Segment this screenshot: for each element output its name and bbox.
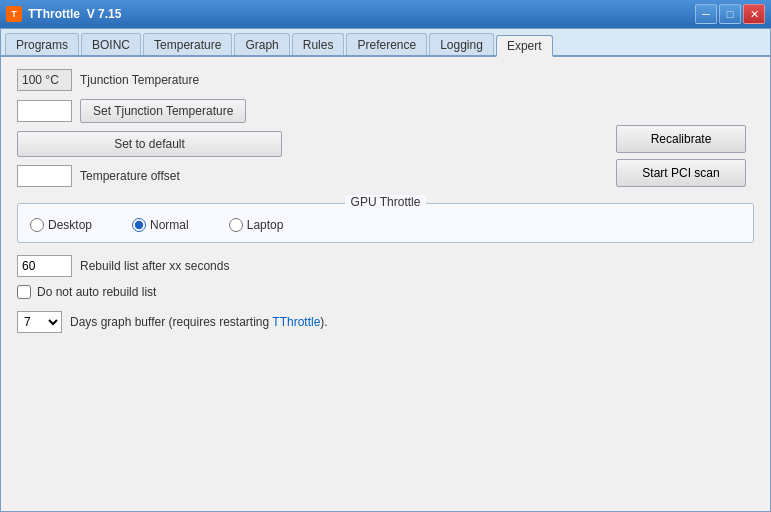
minimize-button[interactable]: ─: [695, 4, 717, 24]
tab-graph[interactable]: Graph: [234, 33, 289, 55]
days-buffer-select[interactable]: 7 1 2 3 4 5 6 14 30: [17, 311, 62, 333]
days-buffer-row: 7 1 2 3 4 5 6 14 30 Days graph buffer (r…: [17, 311, 754, 333]
rebuild-input[interactable]: [17, 255, 72, 277]
tab-logging[interactable]: Logging: [429, 33, 494, 55]
rebuild-label: Rebuild list after xx seconds: [80, 259, 229, 273]
radio-laptop: Laptop: [229, 218, 284, 232]
tjunction-display[interactable]: [17, 69, 72, 91]
tjunction-input[interactable]: [17, 100, 72, 122]
temp-offset-label: Temperature offset: [80, 169, 180, 183]
radio-normal-input[interactable]: [132, 218, 146, 232]
tab-preference[interactable]: Preference: [346, 33, 427, 55]
set-tjunction-button[interactable]: Set Tjunction Temperature: [80, 99, 246, 123]
temp-offset-input[interactable]: [17, 165, 72, 187]
tab-programs[interactable]: Programs: [5, 33, 79, 55]
radio-laptop-input[interactable]: [229, 218, 243, 232]
radio-normal-label: Normal: [150, 218, 189, 232]
set-default-button[interactable]: Set to default: [17, 131, 282, 157]
radio-normal: Normal: [132, 218, 189, 232]
tab-temperature[interactable]: Temperature: [143, 33, 232, 55]
recalibrate-button[interactable]: Recalibrate: [616, 125, 746, 153]
set-tjunction-row: Set Tjunction Temperature: [17, 99, 754, 123]
no-auto-rebuild-label: Do not auto rebuild list: [37, 285, 156, 299]
expert-content: Tjunction Temperature Set Tjunction Temp…: [1, 57, 770, 345]
maximize-button[interactable]: □: [719, 4, 741, 24]
days-buffer-app-name: TThrottle: [272, 315, 320, 329]
no-auto-rebuild-checkbox[interactable]: [17, 285, 31, 299]
tjunction-label: Tjunction Temperature: [80, 73, 199, 87]
days-buffer-label: Days graph buffer (requires restarting T…: [70, 315, 328, 329]
tab-rules[interactable]: Rules: [292, 33, 345, 55]
gpu-throttle-radio-row: Desktop Normal Laptop: [30, 218, 741, 232]
radio-desktop: Desktop: [30, 218, 92, 232]
start-pci-scan-button[interactable]: Start PCI scan: [616, 159, 746, 187]
close-button[interactable]: ✕: [743, 4, 765, 24]
title-bar: T TThrottle V 7.15 ─ □ ✕: [0, 0, 771, 28]
tab-expert[interactable]: Expert: [496, 35, 553, 57]
title-bar-controls: ─ □ ✕: [695, 4, 765, 24]
tjunction-row: Tjunction Temperature: [17, 69, 754, 91]
main-window: Programs BOINC Temperature Graph Rules P…: [0, 28, 771, 512]
gpu-throttle-section: GPU Throttle Desktop Normal Laptop: [17, 203, 754, 243]
rebuild-row: Rebuild list after xx seconds: [17, 255, 754, 277]
tab-boinc[interactable]: BOINC: [81, 33, 141, 55]
gpu-throttle-title: GPU Throttle: [345, 195, 427, 209]
tab-bar: Programs BOINC Temperature Graph Rules P…: [1, 29, 770, 57]
app-icon: T: [6, 6, 22, 22]
title-bar-title: TThrottle V 7.15: [28, 7, 695, 21]
no-auto-rebuild-row: Do not auto rebuild list: [17, 285, 754, 299]
right-buttons: Recalibrate Start PCI scan: [616, 125, 746, 187]
radio-desktop-input[interactable]: [30, 218, 44, 232]
radio-desktop-label: Desktop: [48, 218, 92, 232]
radio-laptop-label: Laptop: [247, 218, 284, 232]
